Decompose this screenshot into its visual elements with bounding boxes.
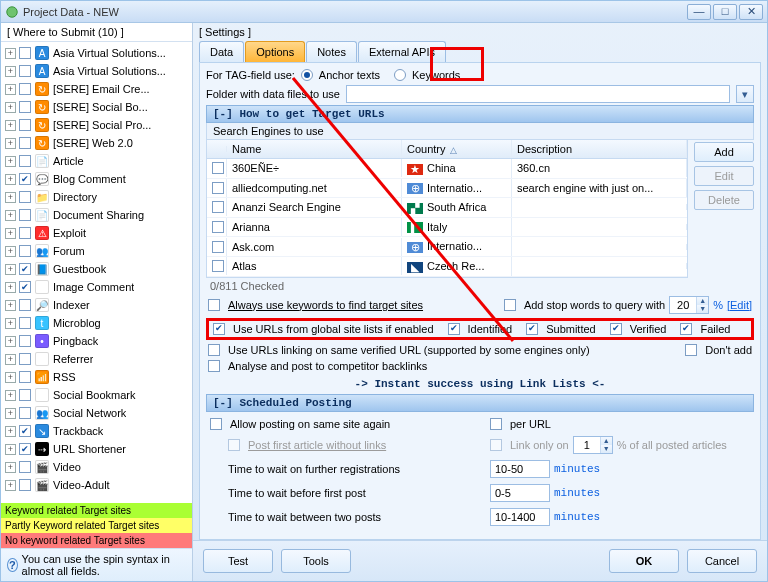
chk-link-only-on[interactable] (490, 439, 502, 451)
engine-row[interactable]: Ask.com ⊕Internatio... (207, 237, 687, 257)
sidebar-checkbox[interactable] (19, 317, 31, 329)
wait-between-posts-input[interactable] (490, 508, 550, 526)
col-description[interactable]: Description (512, 140, 687, 158)
expand-icon[interactable]: + (5, 282, 16, 293)
engine-row[interactable]: Atlas ◣Czech Re... (207, 257, 687, 277)
sidebar-item[interactable]: + t Microblog (3, 314, 192, 332)
engine-row-checkbox[interactable] (212, 241, 224, 253)
chk-always-keywords[interactable] (208, 299, 220, 311)
engine-row-checkbox[interactable] (212, 182, 224, 194)
search-engines-grid[interactable]: Name Country△ Description 360EÑE÷ ★China… (206, 140, 688, 278)
sidebar-item[interactable]: + ↻ [SERE] Social Bo... (3, 98, 192, 116)
sidebar-item[interactable]: + ↻ [SERE] Social Pro... (3, 116, 192, 134)
sidebar-checkbox[interactable] (19, 425, 31, 437)
chk-per-url[interactable] (490, 418, 502, 430)
expand-icon[interactable]: + (5, 462, 16, 473)
expand-icon[interactable]: + (5, 102, 16, 113)
sidebar-item[interactable]: + 🎬 Video-Adult (3, 476, 192, 494)
engine-row[interactable]: 360EÑE÷ ★China 360.cn (207, 159, 687, 179)
chk-dont-add[interactable] (685, 344, 697, 356)
sidebar-checkbox[interactable] (19, 335, 31, 347)
chk-identified[interactable] (448, 323, 460, 335)
section-target-urls[interactable]: [-] How to get Target URLs (206, 105, 754, 123)
link-lists-promo[interactable]: -> Instant success using Link Lists <- (206, 378, 754, 390)
sidebar-item[interactable]: + 🔎 Indexer (3, 296, 192, 314)
sidebar-checkbox[interactable] (19, 155, 31, 167)
sidebar-item[interactable]: + A Asia Virtual Solutions... (3, 62, 192, 80)
sidebar-checkbox[interactable] (19, 191, 31, 203)
sidebar-checkbox[interactable] (19, 137, 31, 149)
expand-icon[interactable]: + (5, 192, 16, 203)
sidebar-checkbox[interactable] (19, 47, 31, 59)
chk-post-first-no-links[interactable] (228, 439, 240, 451)
expand-icon[interactable]: + (5, 138, 16, 149)
expand-icon[interactable]: + (5, 228, 16, 239)
wait-registrations-input[interactable] (490, 460, 550, 478)
chk-verified[interactable] (610, 323, 622, 335)
sidebar-item[interactable]: + ★ Social Bookmark (3, 386, 192, 404)
sidebar-checkbox[interactable] (19, 65, 31, 77)
expand-icon[interactable]: + (5, 84, 16, 95)
expand-icon[interactable]: + (5, 426, 16, 437)
sidebar-item[interactable]: + 👥 Forum (3, 242, 192, 260)
expand-icon[interactable]: + (5, 354, 16, 365)
sidebar-checkbox[interactable] (19, 263, 31, 275)
sidebar-item[interactable]: + ⇢ URL Shortener (3, 440, 192, 458)
maximize-button[interactable]: □ (713, 4, 737, 20)
sidebar-item[interactable]: + 🖼 Image Comment (3, 278, 192, 296)
expand-icon[interactable]: + (5, 336, 16, 347)
sidebar-checkbox[interactable] (19, 299, 31, 311)
sidebar-checkbox[interactable] (19, 227, 31, 239)
tab-external-apis[interactable]: External APIs (358, 41, 446, 62)
ok-button[interactable]: OK (609, 549, 679, 573)
engine-row[interactable]: Arianna ▍Italy (207, 218, 687, 238)
sidebar-item[interactable]: + 📄 Article (3, 152, 192, 170)
sidebar-checkbox[interactable] (19, 281, 31, 293)
chk-competitor-backlinks[interactable] (208, 360, 220, 372)
sidebar-item[interactable]: + ⚠ Exploit (3, 224, 192, 242)
edit-stop-words-link[interactable]: [Edit] (727, 299, 752, 311)
sidebar-checkbox[interactable] (19, 209, 31, 221)
link-only-spinner[interactable]: 1▲▼ (573, 436, 613, 454)
expand-icon[interactable]: + (5, 372, 16, 383)
sidebar-checkbox[interactable] (19, 119, 31, 131)
test-button[interactable]: Test (203, 549, 273, 573)
sidebar-item[interactable]: + 💬 Blog Comment (3, 170, 192, 188)
chk-same-verified[interactable] (208, 344, 220, 356)
sidebar-checkbox[interactable] (19, 83, 31, 95)
col-country[interactable]: Country△ (402, 140, 512, 158)
sidebar-item[interactable]: + 📘 Guestbook (3, 260, 192, 278)
expand-icon[interactable]: + (5, 480, 16, 491)
engine-row-checkbox[interactable] (212, 162, 224, 174)
expand-icon[interactable]: + (5, 390, 16, 401)
folder-input[interactable] (346, 85, 730, 103)
chk-allow-same-site[interactable] (210, 418, 222, 430)
minimize-button[interactable]: — (687, 4, 711, 20)
expand-icon[interactable]: + (5, 156, 16, 167)
folder-browse-button[interactable]: ▾ (736, 85, 754, 103)
sidebar-item[interactable]: + 📄 Document Sharing (3, 206, 192, 224)
expand-icon[interactable]: + (5, 246, 16, 257)
sidebar-checkbox[interactable] (19, 443, 31, 455)
expand-icon[interactable]: + (5, 318, 16, 329)
stop-words-spinner[interactable]: 20▲▼ (669, 296, 709, 314)
expand-icon[interactable]: + (5, 48, 16, 59)
expand-icon[interactable]: + (5, 120, 16, 131)
expand-icon[interactable]: + (5, 444, 16, 455)
expand-icon[interactable]: + (5, 408, 16, 419)
sidebar-item[interactable]: + 🎬 Video (3, 458, 192, 476)
engine-row-checkbox[interactable] (212, 201, 224, 213)
expand-icon[interactable]: + (5, 210, 16, 221)
sidebar-checkbox[interactable] (19, 389, 31, 401)
sidebar-checkbox[interactable] (19, 461, 31, 473)
delete-engine-button[interactable]: Delete (694, 190, 754, 210)
sidebar-item[interactable]: + ↻ [SERE] Web 2.0 (3, 134, 192, 152)
engine-row[interactable]: alliedcomputing.net ⊕Internatio... searc… (207, 179, 687, 199)
chk-submitted[interactable] (526, 323, 538, 335)
edit-engine-button[interactable]: Edit (694, 166, 754, 186)
expand-icon[interactable]: + (5, 174, 16, 185)
engine-row[interactable]: Ananzi Search Engine ▞South Africa (207, 198, 687, 218)
sidebar-item[interactable]: + 👥 Social Network (3, 404, 192, 422)
sidebar-checkbox[interactable] (19, 245, 31, 257)
add-engine-button[interactable]: Add (694, 142, 754, 162)
